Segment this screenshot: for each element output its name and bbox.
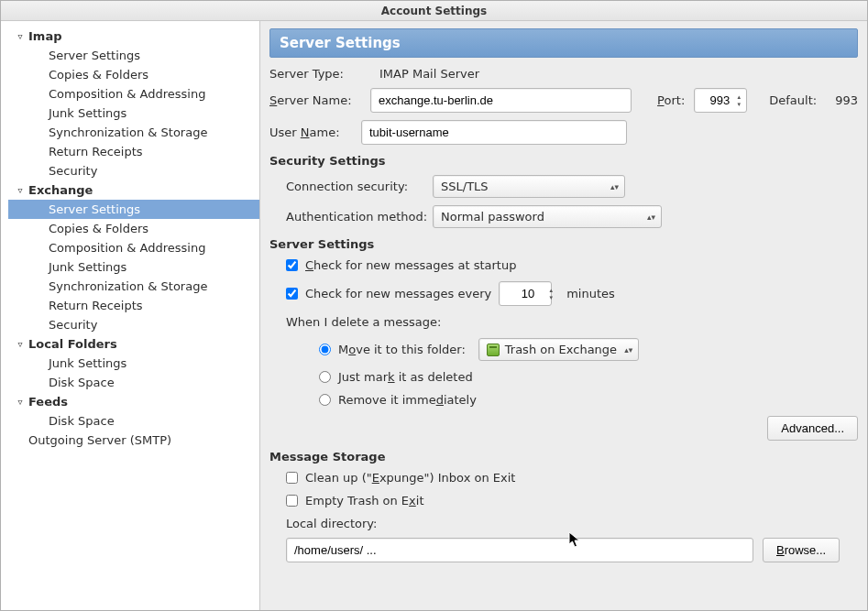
sidebar-item[interactable]: Security xyxy=(8,315,259,334)
trash-folder-value: Trash on Exchange xyxy=(505,343,617,356)
delete-move-label: Move it to this folder: xyxy=(338,343,466,356)
expander-icon[interactable]: ▿ xyxy=(14,339,27,349)
sidebar-item[interactable]: Server Settings xyxy=(8,46,259,65)
chevron-updown-icon: ▴▾ xyxy=(647,214,655,220)
server-name-input[interactable] xyxy=(370,88,632,113)
sidebar-item-label: Server Settings xyxy=(49,49,140,62)
sidebar-item[interactable]: Disk Space xyxy=(8,373,259,392)
sidebar-account-feeds[interactable]: ▿Feeds xyxy=(8,392,259,411)
advanced-button[interactable]: Advanced... xyxy=(767,416,858,441)
check-every-checkbox[interactable] xyxy=(286,288,298,300)
sidebar-account-label: Local Folders xyxy=(28,337,117,351)
auth-method-label: Authentication method: xyxy=(286,210,433,224)
sidebar-item-label: Composition & Addressing xyxy=(49,87,205,101)
account-settings-window: Account Settings ▿ImapServer SettingsCop… xyxy=(0,0,868,611)
connection-security-row: Connection security: SSL/TLS ▴▾ xyxy=(286,175,858,198)
check-startup-checkbox[interactable] xyxy=(286,259,298,271)
empty-trash-row: Empty Trash on Exit xyxy=(286,494,858,507)
server-type-row: Server Type: IMAP Mail Server xyxy=(269,67,858,81)
port-spinner-buttons[interactable]: ▴▾ xyxy=(733,90,744,111)
check-every-spinner[interactable]: ▴▾ xyxy=(499,281,559,306)
sidebar-outgoing-label: Outgoing Server (SMTP) xyxy=(28,433,171,447)
sidebar-item-label: Disk Space xyxy=(49,414,115,428)
panel-header: Server Settings xyxy=(269,28,858,58)
sidebar-account-exchange[interactable]: ▿Exchange xyxy=(8,180,259,200)
sidebar-outgoing-server[interactable]: Outgoing Server (SMTP) xyxy=(8,431,259,450)
local-directory-row: Browse... xyxy=(286,538,858,562)
connection-security-label: Connection security: xyxy=(286,180,433,193)
account-tree-sidebar[interactable]: ▿ImapServer SettingsCopies & FoldersComp… xyxy=(1,21,260,610)
sidebar-account-label: Feeds xyxy=(28,395,68,409)
delete-remove-row: Remove it immediately xyxy=(319,393,858,407)
sidebar-item[interactable]: Copies & Folders xyxy=(8,65,259,84)
check-every-input[interactable] xyxy=(499,281,552,306)
trash-folder-select[interactable]: Trash on Exchange ▴▾ xyxy=(478,338,639,361)
sidebar-item[interactable]: Copies & Folders xyxy=(8,219,259,238)
user-name-row: User Name: xyxy=(269,120,858,145)
sidebar-item[interactable]: Composition & Addressing xyxy=(8,84,259,104)
user-name-input[interactable] xyxy=(361,120,627,145)
server-settings-heading: Server Settings xyxy=(269,237,858,251)
sidebar-item[interactable]: Security xyxy=(8,161,259,180)
delete-mark-radio[interactable] xyxy=(319,371,331,383)
browse-button[interactable]: Browse... xyxy=(763,538,840,562)
delete-mark-label: Just mark it as deleted xyxy=(338,370,473,384)
connection-security-value: SSL/TLS xyxy=(441,180,489,193)
sidebar-item[interactable]: Synchronization & Storage xyxy=(8,123,259,142)
connection-security-select[interactable]: SSL/TLS ▴▾ xyxy=(433,175,625,198)
sidebar-item-label: Synchronization & Storage xyxy=(49,279,207,293)
local-directory-label: Local directory: xyxy=(286,517,858,530)
expander-icon[interactable]: ▿ xyxy=(14,31,27,41)
port-spinner[interactable]: ▴▾ xyxy=(694,88,747,113)
expander-icon[interactable]: ▿ xyxy=(14,185,27,195)
sidebar-item-label: Disk Space xyxy=(49,376,115,389)
window-content: ▿ImapServer SettingsCopies & FoldersComp… xyxy=(1,21,867,610)
default-label: Default: xyxy=(769,93,817,107)
sidebar-item[interactable]: Junk Settings xyxy=(8,104,259,123)
sidebar-item[interactable]: Junk Settings xyxy=(8,257,259,277)
server-type-label: Server Type: xyxy=(269,67,361,81)
sidebar-item[interactable]: Disk Space xyxy=(8,411,259,431)
sidebar-item-label: Junk Settings xyxy=(49,106,126,120)
empty-trash-checkbox[interactable] xyxy=(286,495,298,507)
sidebar-item-label: Copies & Folders xyxy=(49,68,148,82)
sidebar-account-label: Imap xyxy=(28,29,61,43)
sidebar-account-label: Exchange xyxy=(28,183,93,197)
delete-move-radio[interactable] xyxy=(319,344,331,355)
check-every-spinner-buttons[interactable]: ▴▾ xyxy=(545,283,556,304)
expander-icon[interactable]: ▿ xyxy=(14,397,27,407)
auth-method-row: Authentication method: Normal password ▴… xyxy=(286,205,858,228)
sidebar-account-local-folders[interactable]: ▿Local Folders xyxy=(8,334,259,354)
sidebar-item[interactable]: Return Receipts xyxy=(8,142,259,161)
sidebar-item-label: Return Receipts xyxy=(49,299,143,312)
sidebar-item-label: Security xyxy=(49,318,97,332)
delete-remove-label: Remove it immediately xyxy=(338,393,477,407)
sidebar-item-label: Synchronization & Storage xyxy=(49,125,207,139)
user-name-label: User Name: xyxy=(269,125,361,139)
delete-move-row: Move it to this folder: Trash on Exchang… xyxy=(319,338,858,361)
delete-remove-radio[interactable] xyxy=(319,394,331,406)
sidebar-item-label: Composition & Addressing xyxy=(49,241,205,255)
cleanup-checkbox[interactable] xyxy=(286,472,298,484)
message-storage-heading: Message Storage xyxy=(269,450,858,464)
security-settings-heading: Security Settings xyxy=(269,154,858,168)
sidebar-item[interactable]: Composition & Addressing xyxy=(8,238,259,257)
auth-method-value: Normal password xyxy=(441,210,544,224)
local-directory-input[interactable] xyxy=(286,538,753,562)
sidebar-account-imap[interactable]: ▿Imap xyxy=(8,27,259,46)
sidebar-item-label: Junk Settings xyxy=(49,356,126,370)
check-startup-label: Check for new messages at startup xyxy=(305,258,516,272)
default-port-value: 993 xyxy=(835,93,858,107)
server-type-value: IMAP Mail Server xyxy=(379,67,479,81)
sidebar-item[interactable]: Junk Settings xyxy=(8,354,259,373)
settings-panel: Server Settings Server Type: IMAP Mail S… xyxy=(260,21,867,610)
sidebar-item[interactable]: Return Receipts xyxy=(8,296,259,315)
sidebar-item-label: Server Settings xyxy=(49,202,140,216)
sidebar-item[interactable]: Synchronization & Storage xyxy=(8,277,259,296)
auth-method-select[interactable]: Normal password ▴▾ xyxy=(433,205,662,228)
sidebar-item-label: Copies & Folders xyxy=(49,222,148,235)
cleanup-label: Clean up ("Expunge") Inbox on Exit xyxy=(305,471,515,485)
check-every-row: Check for new messages every ▴▾ minutes xyxy=(286,281,858,306)
delete-label: When I delete a message: xyxy=(286,315,858,329)
sidebar-item[interactable]: Server Settings xyxy=(8,200,259,219)
